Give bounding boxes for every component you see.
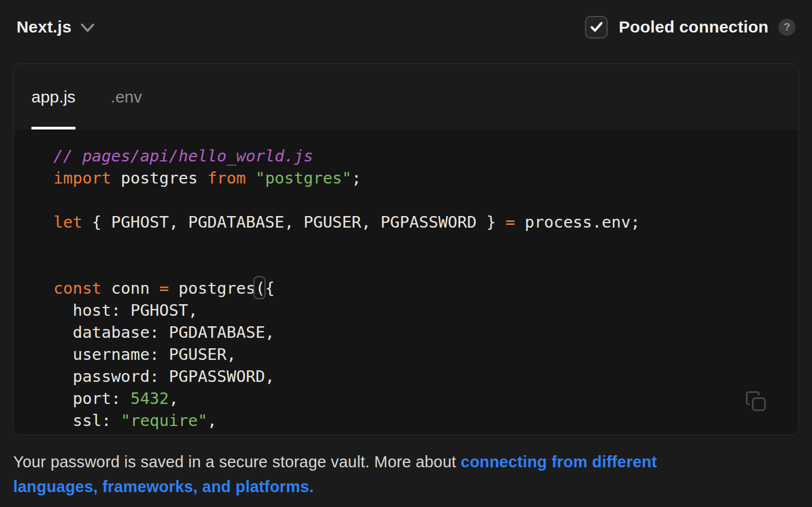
code-line: database: PGDATABASE, (53, 321, 785, 343)
pooled-connection-label: Pooled connection (619, 18, 768, 36)
framework-selector-label: Next.js (17, 18, 72, 36)
tab-app-js[interactable]: app.js (31, 64, 75, 130)
header-bar: Next.js Pooled connection ? (0, 0, 812, 40)
pooled-connection-checkbox[interactable] (585, 16, 608, 39)
code-line (53, 233, 785, 255)
code-line: host: PGHOST, (53, 299, 785, 321)
code-line: port: 5432, (53, 387, 785, 409)
code-editor: // pages/api/hello_world.jsimport postgr… (14, 130, 798, 435)
copy-button[interactable] (743, 389, 768, 414)
checkmark-icon (589, 19, 604, 35)
code-snippet-card: app.js .env // pages/api/hello_world.jsi… (13, 63, 799, 435)
code-line: ssl: "require", (53, 409, 785, 432)
code-line: const conn = postgres({ (53, 277, 785, 299)
help-icon[interactable]: ? (778, 19, 795, 36)
code-line: // pages/api/hello_world.js (53, 145, 785, 167)
code-line: let { PGHOST, PGDATABASE, PGUSER, PGPASS… (53, 211, 785, 233)
password-vault-note: Your password is saved in a secure stora… (13, 450, 746, 499)
tab-bar: app.js .env (14, 64, 798, 130)
code-line (53, 189, 785, 211)
code-line: import postgres from "postgres"; (53, 167, 785, 189)
code-line (53, 255, 785, 277)
code-content: // pages/api/hello_world.jsimport postgr… (14, 130, 798, 432)
framework-selector[interactable]: Next.js (17, 18, 96, 36)
tab-env[interactable]: .env (111, 64, 142, 130)
chevron-down-icon (79, 22, 96, 34)
code-line: username: PGUSER, (53, 343, 785, 365)
connection-details-panel: Next.js Pooled connection ? app.js .env … (0, 0, 812, 499)
note-text: Your password is saved in a secure stora… (13, 453, 461, 471)
pooled-connection-toggle: Pooled connection ? (585, 16, 795, 39)
code-line: password: PGPASSWORD, (53, 365, 785, 387)
copy-icon (744, 389, 768, 413)
